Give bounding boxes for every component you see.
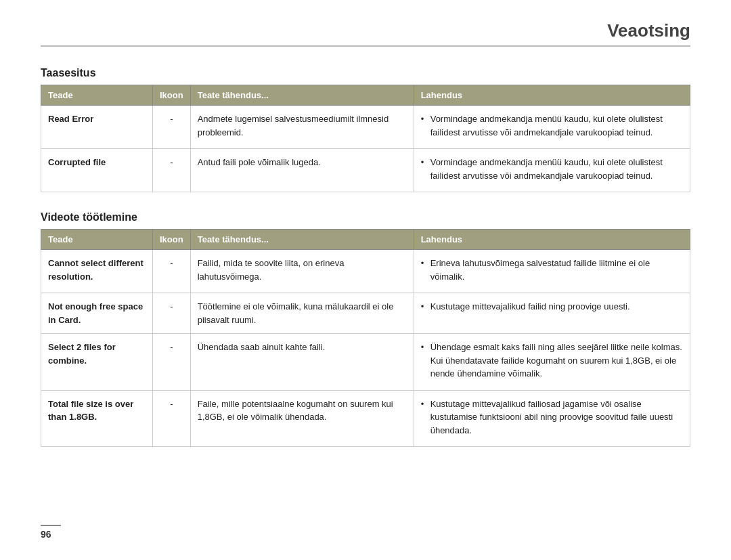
cell-lahendus: Vormindage andmekandja menüü kaudu, kui … [414, 149, 690, 192]
cell-teate: Antud faili pole võimalik lugeda. [190, 149, 414, 192]
page-number: 96 [41, 525, 61, 540]
cell-teade: Corrupted file [41, 149, 153, 192]
header-lahendus: Lahendus [414, 85, 690, 106]
cell-ikoon: - [153, 250, 191, 293]
cell-ikoon: - [153, 293, 191, 334]
cell-teate: Failid, mida te soovite liita, on erinev… [190, 250, 414, 293]
table-row: Corrupted file-Antud faili pole võimalik… [41, 149, 690, 192]
cell-lahendus: Vormindage andmekandja menüü kaudu, kui … [414, 106, 690, 149]
table-row: Select 2 files for combine.-Ühendada saa… [41, 334, 690, 391]
videote-table: Teade Ikoon Teate tähendus... Lahendus C… [41, 229, 690, 447]
cell-ikoon: - [153, 106, 191, 149]
header-ikoon2: Ikoon [153, 230, 191, 250]
header-teade: Teade [41, 85, 153, 106]
section1-title: Taasesitus [41, 67, 690, 79]
cell-teate: Ühendada saab ainult kahte faili. [190, 334, 414, 391]
cell-lahendus: Kustutage mittevajalikud failiosad jagam… [414, 390, 690, 447]
table-row: Read Error-Andmete lugemisel salvestusme… [41, 106, 690, 149]
list-item: Vormindage andmekandja menüü kaudu, kui … [421, 112, 683, 139]
section2-title: Videote töötlemine [41, 211, 690, 223]
header-ikoon: Ikoon [153, 85, 191, 106]
list-item: Kustutage mittevajalikud failiosad jagam… [421, 397, 683, 437]
list-item: Ühendage esmalt kaks faili ning alles se… [421, 341, 683, 381]
list-item: Erineva lahutusvõimega salvestatud faili… [421, 257, 683, 283]
cell-teade: Cannot select different resolution. [41, 250, 153, 293]
page-title: Veaotsing [41, 20, 690, 47]
header-teate: Teate tähendus... [190, 85, 414, 106]
cell-teade: Total file size is over than 1.8GB. [41, 390, 153, 447]
list-item: Kustutage mittevajalikud failid ning pro… [421, 300, 683, 314]
header-teade2: Teade [41, 230, 153, 250]
cell-teate: Andmete lugemisel salvestusmeediumilt il… [190, 106, 414, 149]
cell-teate: Töötlemine ei ole võimalik, kuna mälukaa… [190, 293, 414, 334]
taasesitus-table: Teade Ikoon Teate tähendus... Lahendus R… [41, 85, 690, 192]
cell-lahendus: Erineva lahutusvõimega salvestatud faili… [414, 250, 690, 293]
header-teate2: Teate tähendus... [190, 230, 414, 250]
cell-teade: Read Error [41, 106, 153, 149]
table-row: Cannot select different resolution.-Fail… [41, 250, 690, 293]
cell-ikoon: - [153, 390, 191, 447]
table-row: Not enough free space in Card.-Töötlemin… [41, 293, 690, 334]
videote-header-row: Teade Ikoon Teate tähendus... Lahendus [41, 230, 690, 250]
cell-ikoon: - [153, 334, 191, 391]
table-row: Total file size is over than 1.8GB.-Fail… [41, 390, 690, 447]
cell-lahendus: Ühendage esmalt kaks faili ning alles se… [414, 334, 690, 391]
header-lahendus2: Lahendus [414, 230, 690, 250]
cell-ikoon: - [153, 149, 191, 192]
list-item: Vormindage andmekandja menüü kaudu, kui … [421, 156, 683, 182]
cell-lahendus: Kustutage mittevajalikud failid ning pro… [414, 293, 690, 334]
cell-teade: Select 2 files for combine. [41, 334, 153, 391]
cell-teade: Not enough free space in Card. [41, 293, 153, 334]
cell-teate: Faile, mille potentsiaalne kogumaht on s… [190, 390, 414, 447]
taasesitus-header-row: Teade Ikoon Teate tähendus... Lahendus [41, 85, 690, 106]
